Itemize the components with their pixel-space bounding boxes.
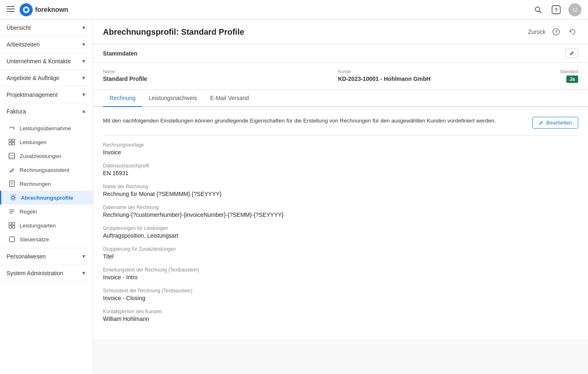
sidebar-item-leistungsarten[interactable]: Leistungsarten — [0, 218, 93, 232]
sidebar-item-rechnungsassistent[interactable]: Rechnungsassistent — [0, 163, 93, 177]
sidebar-header-angebote[interactable]: Angebote & Aufträge ▼ — [0, 70, 93, 86]
svg-rect-26 — [12, 223, 15, 225]
sidebar-label-system: System Administration — [7, 270, 63, 276]
help-icon[interactable]: ? — [550, 4, 562, 16]
label-datenaustauschprofil: Datenaustauschprofil — [103, 163, 578, 169]
sidebar-item-leistungen[interactable]: Leistungen — [0, 135, 93, 149]
field-gruppierung-zusatzleistungen: Gruppierung für Zusatzleistungen Titel — [103, 246, 578, 260]
label-gruppierung-zusatzleistungen: Gruppierung für Zusatzleistungen — [103, 246, 578, 252]
sidebar-item-steuersatze[interactable]: Steuersätze — [0, 232, 93, 246]
svg-point-21 — [12, 196, 14, 199]
sidebar-item-abrechnungsprofile[interactable]: Abrechnungsprofile — [0, 191, 93, 205]
page-header: Abrechnungsprofil: Standard Profile Zurü… — [93, 20, 588, 45]
menu-icon[interactable] — [7, 5, 15, 14]
sidebar-section-unternehmen: Unternehmen & Kontakte ▼ — [0, 53, 93, 70]
chevron-angebote: ▼ — [81, 75, 86, 81]
chevron-unternehmen: ▼ — [81, 58, 86, 64]
tab-rechnung[interactable]: Rechnung — [103, 90, 142, 107]
sidebar-label-personalwesen: Personalwesen — [7, 253, 46, 260]
sidebar-item-leistungsubernahme[interactable]: Leistungsübernahme — [0, 121, 93, 135]
svg-rect-27 — [9, 226, 11, 228]
svg-text:?: ? — [554, 7, 558, 13]
svg-rect-28 — [12, 226, 15, 228]
field-kontaktperson: Kontaktperson des Kunden William Hohlman… — [103, 309, 578, 322]
svg-rect-29 — [9, 237, 14, 242]
sidebar-label-arbeitszeiten: Arbeitszeiten — [7, 41, 40, 48]
value-gruppierung-zusatzleistungen: Titel — [103, 253, 578, 260]
sidebar-item-zusatzleistungen[interactable]: Zusatzleistungen — [0, 149, 93, 163]
refresh-icon[interactable] — [567, 26, 578, 38]
stammdaten-title: Stammdaten — [103, 50, 137, 57]
field-rechnungsvorlage: Rechnungsvorlage Invoice — [103, 142, 578, 156]
steuersatze-icon — [8, 236, 16, 243]
layout: Übersicht ▼ Arbeitszeiten ▼ Unternehmen … — [0, 20, 588, 374]
field-dateiname-der-rechnung: Dateiname der Rechnung Rechnung-{?custom… — [103, 205, 578, 218]
back-button[interactable]: Zurück — [528, 29, 546, 35]
field-einleitungstext: Einleitungstext der Rechnung (Textbauste… — [103, 267, 578, 280]
sidebar-label-projektmanagement: Projektmanagement — [7, 91, 58, 98]
sidebar-header-unternehmen[interactable]: Unternehmen & Kontakte ▼ — [0, 53, 93, 69]
sidebar-header-system[interactable]: System Administration ▼ — [0, 265, 93, 281]
sidebar-label-leistungsubernahme: Leistungsübernahme — [20, 125, 71, 131]
sidebar-header-faktura[interactable]: Faktura ▼ — [0, 103, 93, 120]
chevron-system: ▼ — [81, 270, 86, 276]
sidebar-header-personalwesen[interactable]: Personalwesen ▼ — [0, 248, 93, 265]
sidebar-header-projektmanagement[interactable]: Projektmanagement ▼ — [0, 87, 93, 103]
sidebar-section-faktura: Faktura ▼ Leistungsübernahme — [0, 103, 93, 248]
leistungsarten-icon — [8, 222, 16, 229]
sidebar-item-regeln[interactable]: Regeln — [0, 205, 93, 218]
brand-name: foreknown — [35, 6, 68, 13]
field-schlusstext: Schlusstext der Rechnung (Textbaustein) … — [103, 288, 578, 301]
search-icon[interactable] — [532, 4, 544, 16]
svg-rect-2 — [7, 11, 15, 12]
field-name-der-rechnung: Name der Rechnung Rechnung für Monat {?S… — [103, 184, 578, 197]
label-dateiname-der-rechnung: Dateiname der Rechnung — [103, 205, 578, 210]
sidebar-item-rechnungen[interactable]: Rechnungen — [0, 177, 93, 191]
label-name-der-rechnung: Name der Rechnung — [103, 184, 578, 189]
sidebar-label-leistungen: Leistungen — [20, 139, 47, 145]
svg-rect-14 — [9, 153, 15, 159]
edit-stammdaten-button[interactable] — [566, 49, 578, 58]
sidebar-label-leistungsarten: Leistungsarten — [20, 223, 56, 229]
sidebar-label-rechnungsassistent: Rechnungsassistent — [20, 167, 69, 173]
sidebar-label-rechnungen: Rechnungen — [20, 181, 51, 187]
info-row: Mit den nachfolgenden Einstellungen könn… — [103, 117, 578, 129]
svg-rect-10 — [9, 139, 11, 142]
topbar-actions: ? U — [532, 3, 581, 16]
main-content: Abrechnungsprofil: Standard Profile Zurü… — [93, 20, 588, 374]
logo: foreknown — [20, 3, 68, 16]
sidebar-header-arbeitszeiten[interactable]: Arbeitszeiten ▼ — [0, 36, 93, 53]
value-schlusstext: Invoice - Closing — [103, 295, 578, 301]
value-rechnungsvorlage: Invoice — [103, 149, 578, 156]
chevron-ubersicht: ▼ — [81, 25, 86, 31]
zusatzleistungen-icon — [8, 152, 16, 160]
label-rechnungsvorlage: Rechnungsvorlage — [103, 142, 578, 148]
value-einleitungstext: Invoice - Intro — [103, 274, 578, 280]
standard-label: Standard — [560, 69, 578, 74]
master-data-card: Name Standard Profile Kunde KD-2023-1000… — [93, 62, 588, 90]
value-kontaktperson: William Hohlmann — [103, 316, 578, 322]
sidebar-header-ubersicht[interactable]: Übersicht ▼ — [0, 20, 93, 36]
sidebar-label-abrechnungsprofile: Abrechnungsprofile — [21, 195, 73, 201]
svg-rect-25 — [9, 223, 11, 225]
tab-leistungsnachweis[interactable]: Leistungsnachweis — [142, 90, 203, 107]
leistungsubernahme-icon — [8, 125, 16, 132]
sidebar-section-personalwesen: Personalwesen ▼ — [0, 248, 93, 265]
sidebar-label-zusatzleistungen: Zusatzleistungen — [20, 153, 61, 159]
kunde-value: KD-2023-10001 - Hohlmann GmbH — [338, 76, 560, 82]
kunde-label: Kunde — [338, 69, 560, 74]
user-avatar[interactable]: U — [568, 3, 581, 16]
help-page-icon[interactable]: ? — [550, 26, 562, 38]
faktura-items: Leistungsübernahme Leistungen — [0, 120, 93, 248]
sidebar: Übersicht ▼ Arbeitszeiten ▼ Unternehmen … — [0, 20, 93, 374]
field-datenaustauschprofil: Datenaustauschprofil EN 16931 — [103, 163, 578, 176]
bearbeiten-button[interactable]: Bearbeiten — [532, 117, 578, 129]
svg-rect-0 — [7, 6, 15, 7]
topbar: foreknown ? U — [0, 0, 588, 20]
sidebar-section-arbeitszeiten: Arbeitszeiten ▼ — [0, 36, 93, 53]
svg-point-5 — [25, 8, 28, 11]
label-schlusstext: Schlusstext der Rechnung (Textbaustein) — [103, 288, 578, 294]
sidebar-label-angebote: Angebote & Aufträge — [7, 75, 59, 81]
tab-email-versand[interactable]: E-Mail Versand — [203, 90, 255, 107]
label-kontaktperson: Kontaktperson des Kunden — [103, 309, 578, 314]
